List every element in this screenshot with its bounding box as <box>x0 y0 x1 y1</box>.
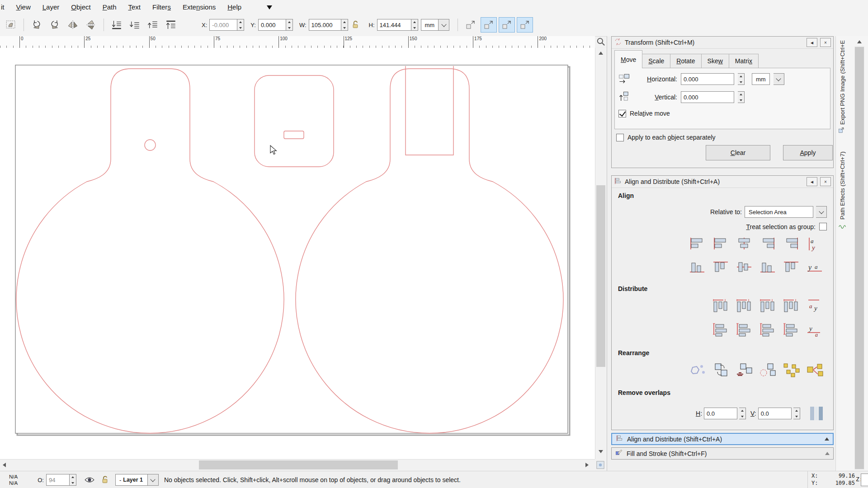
relative-to-dropdown-button[interactable] <box>816 206 827 218</box>
y-input[interactable]: 0.000 <box>258 19 286 31</box>
tab-rotate[interactable]: Rotate <box>670 54 701 68</box>
vertical-scrollbar-thumb[interactable] <box>596 185 605 367</box>
relative-move-checkbox[interactable] <box>618 110 626 117</box>
dock-scroll-up-arrow[interactable] <box>854 37 864 46</box>
make-vertical-gaps-equal-icon[interactable] <box>781 320 801 338</box>
canvas-viewport[interactable] <box>0 48 595 459</box>
scale-stroke-toggle[interactable] <box>462 17 479 33</box>
menu-item-text[interactable]: Text <box>123 1 147 13</box>
clear-button[interactable]: Clear <box>706 145 770 160</box>
w-spinner[interactable] <box>341 19 348 31</box>
dock-float-button[interactable]: ◄ <box>807 177 817 186</box>
opacity-input[interactable]: 94 <box>46 474 70 486</box>
align-top-edges-icon[interactable] <box>711 258 731 276</box>
distribute-top-edges-icon[interactable] <box>711 320 731 338</box>
horizontal-input[interactable]: 0.000 <box>681 73 734 85</box>
v-gap-input[interactable]: 0.0 <box>758 408 792 419</box>
align-collapsed-bar[interactable]: Align and Distribute (Shift+Ctrl+A) <box>611 433 834 445</box>
align-left-edges-icon[interactable] <box>711 235 731 253</box>
horizontal-spinner[interactable] <box>738 73 745 85</box>
y-spinner[interactable] <box>286 19 293 31</box>
scroll-up-arrow[interactable] <box>595 48 606 57</box>
horizontal-scrollbar-thumb[interactable] <box>199 460 398 469</box>
tab-scale[interactable]: Scale <box>642 54 670 68</box>
fill-stroke-collapsed-bar[interactable]: Fill and Stroke (Shift+Ctrl+F) <box>611 447 834 460</box>
align-text-anchors-vertical-icon[interactable]: ya <box>805 258 825 276</box>
x-spinner[interactable] <box>237 19 244 31</box>
horizontal-ruler[interactable]: 0255075100125150175200 <box>0 36 595 48</box>
scale-corners-toggle[interactable] <box>481 17 497 33</box>
center-on-vertical-axis-icon[interactable] <box>734 235 754 253</box>
scroll-left-arrow[interactable] <box>0 460 8 470</box>
tab-move[interactable]: Move <box>614 50 642 68</box>
align-bottom-edges-icon[interactable] <box>758 258 778 276</box>
randomize-positions-icon[interactable] <box>781 361 801 379</box>
exchange-in-selection-order-icon[interactable] <box>711 361 731 379</box>
make-horizontal-gaps-equal-icon[interactable] <box>781 297 801 315</box>
zoom-drawing-icon[interactable] <box>595 37 607 47</box>
align-left-to-right-anchor-icon[interactable] <box>781 235 801 253</box>
flip-horizontal-icon[interactable] <box>65 17 81 33</box>
vertical-input[interactable]: 0.000 <box>681 91 734 103</box>
layer-visibility-eye-icon[interactable] <box>83 472 96 488</box>
scroll-right-arrow[interactable] <box>583 460 591 470</box>
rotate-cw-icon[interactable] <box>47 17 63 33</box>
flip-vertical-icon[interactable] <box>83 17 99 33</box>
remove-overlaps-icon[interactable] <box>807 404 826 422</box>
h-gap-input[interactable]: 0.0 <box>704 408 737 419</box>
scroll-down-arrow[interactable] <box>595 447 606 456</box>
selection-settings-icon[interactable] <box>3 17 19 33</box>
align-top-to-bottom-anchor-icon[interactable] <box>781 258 801 276</box>
side-tab-export-png[interactable]: Export PNG Image (Shift+Ctrl+E <box>837 33 847 125</box>
distribute-centers-vertically-icon[interactable] <box>734 320 754 338</box>
menu-item-help[interactable]: Help <box>222 1 247 13</box>
exchange-in-stacking-order-icon[interactable] <box>734 361 754 379</box>
zoom-input[interactable] <box>861 474 868 486</box>
menu-item-object[interactable]: Object <box>65 1 96 13</box>
h-input[interactable]: 141.444 <box>377 19 411 31</box>
side-tab-path-effects[interactable]: Path Effects (Shift+Ctrl+7) <box>837 134 847 220</box>
graph-layout-icon[interactable] <box>687 361 707 379</box>
align-panel-header[interactable]: Align and Distribute (Shift+Ctrl+A) ◄ × <box>612 176 833 188</box>
close-icon[interactable]: × <box>820 177 831 186</box>
layer-select[interactable]: - Layer 1 <box>115 474 148 486</box>
exchange-clockwise-icon[interactable] <box>758 361 778 379</box>
align-right-to-left-anchor-icon[interactable] <box>687 235 707 253</box>
menu-item-view[interactable]: View <box>10 1 37 13</box>
align-bottom-to-top-anchor-icon[interactable] <box>687 258 707 276</box>
lower-to-bottom-icon[interactable] <box>108 17 125 33</box>
align-right-edges-icon[interactable] <box>758 235 778 253</box>
tab-skew[interactable]: Skew <box>701 54 729 68</box>
layer-lock-icon[interactable] <box>98 472 112 488</box>
h-spinner[interactable] <box>411 19 418 31</box>
fill-stroke-indicator[interactable]: N/A N/A <box>9 474 18 486</box>
raise-one-step-icon[interactable] <box>145 17 161 33</box>
transform-panel-header[interactable]: Transform (Shift+Ctrl+M) ◄ × <box>612 37 833 49</box>
align-text-anchors-horizontal-icon[interactable]: ay <box>805 235 825 253</box>
menu-item-it[interactable]: it <box>0 1 10 13</box>
transform-unit-value[interactable]: mm <box>752 73 770 85</box>
h-gap-spinner[interactable] <box>739 408 746 419</box>
layer-select-button[interactable] <box>148 474 159 486</box>
v-gap-spinner[interactable] <box>793 408 800 419</box>
drawing-canvas[interactable] <box>0 48 595 459</box>
tab-matrix[interactable]: Matrix <box>729 54 759 68</box>
apply-button[interactable]: Apply <box>783 145 833 160</box>
distribute-text-anchors-vertical-icon[interactable]: ya <box>805 320 825 338</box>
unit-select-button[interactable] <box>439 19 449 31</box>
close-icon[interactable]: × <box>820 38 831 47</box>
transform-unit-button[interactable] <box>774 73 784 85</box>
unclump-icon[interactable] <box>805 361 825 379</box>
w-input[interactable]: 105.000 <box>309 19 341 31</box>
distribute-right-edges-icon[interactable] <box>758 297 778 315</box>
raise-to-top-icon[interactable] <box>163 17 179 33</box>
menu-item-path[interactable]: Path <box>97 1 123 13</box>
menu-item-filters[interactable]: Filters <box>146 1 177 13</box>
treat-group-checkbox[interactable] <box>819 223 827 230</box>
lower-one-step-icon[interactable] <box>127 17 143 33</box>
dock-float-button[interactable]: ◄ <box>807 38 817 47</box>
rotate-ccw-icon[interactable] <box>28 17 45 33</box>
vertical-spinner[interactable] <box>738 91 745 103</box>
apply-each-checkbox[interactable] <box>616 134 624 141</box>
distribute-text-anchors-horizontal-icon[interactable]: ay <box>805 297 825 315</box>
